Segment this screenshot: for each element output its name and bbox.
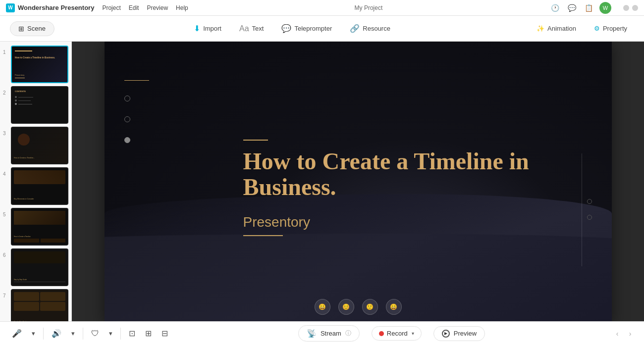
property-tool[interactable]: ⚙ Property (587, 22, 634, 35)
preview-button[interactable]: ▶ Preview (433, 326, 485, 341)
canvas-subtitle: Presentory (243, 214, 590, 230)
nav-dot-right-1 (587, 199, 592, 204)
scene-icon: ⊞ (18, 25, 24, 33)
canvas-ctrl-3[interactable]: 🙂 (362, 299, 378, 315)
shield-icon: 🛡 (91, 329, 99, 338)
speaker-dropdown[interactable]: ▾ (67, 328, 79, 339)
slide-number: 7 (3, 293, 8, 298)
list-item[interactable]: 2 CONTENTS (3, 86, 68, 124)
canvas-nav-dots-right (587, 199, 592, 220)
stream-label: Stream (321, 330, 341, 337)
toolbar: ⊞ Scene ⬇ Import Aa Text 💬 Teleprompter … (0, 16, 644, 42)
slide-thumbnail[interactable]: How to Create a Timeline... (11, 127, 68, 164)
resource-icon: 🔗 (350, 24, 360, 33)
bottom-center-controls: 📡 Stream ⓘ Record ▾ ▶ Preview (176, 325, 607, 342)
slide-thumbnail[interactable]: Step by Step Guide (11, 248, 68, 286)
text-icon: Aa (239, 24, 249, 33)
record-dot-icon (379, 331, 384, 336)
minimize-button[interactable] (623, 5, 629, 11)
layout-tool-3[interactable]: ⊟ (158, 327, 172, 340)
slide-thumbnail[interactable]: CONTENTS (11, 86, 68, 124)
layout-icon-2: ⊞ (145, 329, 152, 338)
slide-number: 2 (3, 90, 8, 96)
slide-thumbnail[interactable]: How to Create a Timeline (11, 208, 68, 246)
nav-next-arrow[interactable]: › (624, 328, 636, 340)
slide-canvas: How to Create a Timeline in Business. Pr… (105, 42, 612, 321)
list-item[interactable]: 4 Key Elements to Consider (3, 167, 68, 205)
animation-label: Animation (547, 25, 576, 32)
mic-tool[interactable]: 🎤 (8, 327, 26, 340)
slide-thumbnail[interactable]: How to Create a Timeline in Business. Pr… (11, 46, 68, 83)
stream-icon: 📡 (307, 329, 317, 338)
teleprompter-label: Teleprompter (294, 25, 332, 32)
slide-number: 6 (3, 252, 8, 258)
stream-button[interactable]: 📡 Stream ⓘ (298, 325, 360, 342)
divider-3 (120, 328, 121, 340)
animation-icon: ✨ (537, 25, 544, 32)
record-dropdown-arrow: ▾ (412, 331, 414, 336)
list-item[interactable]: 6 Step by Step Guide (3, 248, 68, 286)
teleprompter-tool[interactable]: 💬 Teleprompter (274, 21, 339, 36)
mic-dropdown[interactable]: ▾ (28, 328, 39, 339)
nav-dot-right-2 (587, 215, 592, 220)
import-label: Import (203, 25, 221, 32)
text-tool[interactable]: Aa Text (232, 21, 270, 36)
titlebar: W Wondershare Presentory Project Edit Pr… (0, 0, 644, 16)
menu-preview[interactable]: Preview (147, 4, 168, 11)
user-avatar[interactable]: W (599, 2, 611, 14)
import-tool[interactable]: ⬇ Import (187, 21, 228, 36)
divider-1 (43, 328, 44, 340)
canvas-subtitle-decoration (243, 235, 283, 236)
menu-edit[interactable]: Edit (129, 4, 139, 11)
teleprompter-icon: 💬 (281, 24, 291, 33)
layout-tool-2[interactable]: ⊞ (141, 327, 156, 340)
preview-icon: ▶ (442, 330, 450, 338)
list-item[interactable]: 7 Step by Step Guide (3, 289, 68, 321)
record-button[interactable]: Record ▾ (372, 326, 422, 341)
slide-number: 5 (3, 212, 8, 217)
animation-tool[interactable]: ✨ Animation (530, 22, 583, 35)
canvas-area: How to Create a Timeline in Business. Pr… (72, 42, 644, 321)
stream-info-icon: ⓘ (345, 329, 351, 338)
slide-thumbnail[interactable]: Key Elements to Consider (11, 167, 68, 205)
speaker-icon: 🔊 (52, 329, 61, 338)
scene-label: Scene (27, 25, 46, 32)
resource-tool[interactable]: 🔗 Resource (343, 21, 397, 36)
nav-prev-arrow[interactable]: ‹ (611, 328, 623, 340)
nav-dot-3 (124, 137, 130, 143)
property-icon: ⚙ (594, 25, 600, 32)
menu-project[interactable]: Project (102, 4, 120, 11)
nav-dot-1 (124, 96, 130, 101)
canvas-ctrl-4[interactable]: 😄 (386, 299, 402, 315)
maximize-button[interactable] (632, 5, 638, 11)
shield-tool[interactable]: 🛡 (87, 327, 103, 340)
list-item[interactable]: 5 How to Create a Timeline (3, 208, 68, 246)
chevron-down-icon-3: ▾ (109, 330, 112, 337)
app-logo: W Wondershare Presentory (6, 3, 94, 12)
titlebar-menu: Project Edit Preview Help (102, 4, 188, 11)
message-icon[interactable]: 📋 (583, 2, 594, 14)
clock-icon[interactable]: 🕐 (549, 2, 561, 14)
canvas-title: How to Create a Timeline in Business. (243, 148, 590, 201)
record-label: Record (387, 330, 408, 337)
chat-icon[interactable]: 💬 (566, 2, 578, 14)
slide-panel: 1 How to Create a Timeline in Business. … (0, 42, 72, 321)
list-item[interactable]: 3 How to Create a Timeline... (3, 127, 68, 164)
bottom-left-tools: 🎤 ▾ 🔊 ▾ 🛡 ▾ ⊡ ⊞ ⊟ (8, 327, 172, 340)
list-item[interactable]: 1 How to Create a Timeline in Business. … (3, 46, 68, 83)
shield-dropdown[interactable]: ▾ (105, 328, 116, 339)
canvas-controls: 😀 😊 🙂 😄 (315, 299, 402, 315)
slide-thumbnail[interactable]: Step by Step Guide (11, 289, 68, 321)
titlebar-actions: 🕐 💬 📋 W (549, 2, 611, 14)
canvas-ctrl-2[interactable]: 😊 (338, 299, 354, 315)
scene-button[interactable]: ⊞ Scene (10, 21, 54, 36)
slide-number: 4 (3, 171, 8, 177)
mic-icon: 🎤 (12, 329, 22, 338)
canvas-title-decoration (243, 140, 268, 141)
project-name: My Project (196, 4, 541, 11)
menu-help[interactable]: Help (176, 4, 188, 11)
layout-tool-1[interactable]: ⊡ (125, 327, 139, 340)
property-label: Property (603, 25, 627, 32)
canvas-ctrl-1[interactable]: 😀 (315, 299, 330, 315)
speaker-tool[interactable]: 🔊 (48, 327, 65, 340)
